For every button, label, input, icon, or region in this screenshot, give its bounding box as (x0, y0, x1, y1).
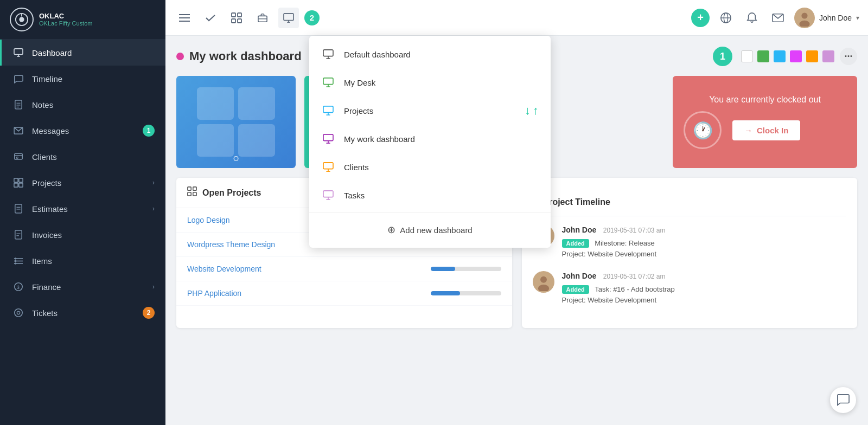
chevron-right-icon: › (152, 283, 155, 291)
page-dot (176, 53, 184, 60)
svg-rect-21 (15, 230, 22, 239)
add-button[interactable]: + (691, 9, 710, 27)
sidebar-item-finance[interactable]: $ Finance › (0, 274, 165, 300)
topbar: 2 + (165, 0, 868, 36)
svg-rect-72 (323, 163, 333, 169)
svg-rect-13 (16, 157, 18, 158)
svg-rect-18 (15, 204, 22, 213)
sidebar-item-estimates[interactable]: Estimates › (0, 196, 165, 222)
svg-rect-39 (232, 19, 235, 23)
mail-icon (12, 125, 24, 137)
clock-in-button[interactable]: → Clock In (732, 120, 800, 140)
timeline-avatar (533, 271, 554, 293)
sidebar-item-items[interactable]: Items (0, 248, 165, 274)
dashboard-view-icon[interactable] (278, 8, 299, 28)
sidebar-item-notes[interactable]: Notes (0, 92, 165, 118)
dropdown-item-label: My work dashboard (344, 134, 415, 144)
swatch-white[interactable] (741, 50, 753, 62)
check-view-icon[interactable] (200, 8, 221, 28)
sidebar-item-tickets[interactable]: Tickets 2 (0, 300, 165, 326)
timeline-date: 2019-05-31 07:02 am (603, 273, 666, 280)
sidebar-item-label: Clients (32, 152, 155, 162)
globe-icon[interactable] (716, 8, 736, 28)
monitor-mydesk-icon (321, 75, 335, 89)
dropdown-item-default-dashboard[interactable]: Default dashboard (309, 40, 551, 68)
dashboard-badge[interactable]: 2 (304, 10, 320, 25)
chat-bubble-button[interactable] (830, 387, 856, 413)
monitor-default-icon (321, 47, 335, 61)
widget-count-badge: 1 (713, 47, 732, 66)
notes-icon (12, 99, 24, 111)
dropdown-item-my-work-dashboard[interactable]: My work dashboard (309, 125, 551, 153)
list-view-icon[interactable] (174, 8, 195, 28)
svg-rect-3 (14, 49, 23, 55)
dropdown-item-label: Tasks (344, 191, 365, 200)
app-name: OKLAC OKLac Fifty Custom (39, 12, 92, 28)
sidebar-item-label: Tickets (32, 308, 143, 318)
sidebar-item-timeline[interactable]: Timeline (0, 66, 165, 92)
open-projects-title: Open Projects (202, 188, 261, 198)
timeline-user: John Doe (562, 226, 597, 234)
briefcase-icon[interactable] (252, 8, 273, 28)
svg-rect-16 (14, 183, 18, 187)
project-row-website: Website Development (176, 257, 512, 281)
swatch-orange[interactable] (806, 50, 818, 62)
sidebar: OKLAC OKLac Fifty Custom Dashboard Ti (0, 0, 165, 425)
svg-point-27 (15, 257, 17, 260)
timeline-action: Task: #16 - Add bootstrap (595, 285, 674, 293)
dropdown-item-clients[interactable]: Clients (309, 153, 551, 181)
chat-icon (12, 73, 24, 85)
sidebar-item-messages[interactable]: Messages 1 (0, 118, 165, 144)
project-link[interactable]: Website Development (187, 265, 422, 273)
svg-rect-6 (15, 100, 22, 109)
timeline-header: Project Timeline (533, 189, 847, 216)
mail-icon[interactable] (768, 8, 788, 28)
clock-in-label: Clock In (757, 126, 788, 135)
svg-rect-53 (193, 187, 196, 190)
grid-view-icon[interactable] (226, 8, 247, 28)
add-new-dashboard-button[interactable]: ⊕ Add new dashboard (309, 216, 551, 243)
sort-down-icon: ↓ (525, 104, 531, 118)
dropdown-item-projects[interactable]: Projects ↓ ↑ (309, 96, 551, 125)
svg-rect-37 (232, 13, 235, 17)
svg-point-33 (17, 311, 20, 314)
swatch-lavender[interactable] (822, 50, 834, 62)
project-row-php: PHP Application (176, 281, 512, 306)
user-name: John Doe (819, 14, 852, 22)
items-icon (12, 255, 24, 267)
sidebar-item-label: Notes (32, 100, 155, 110)
grid-cell (238, 124, 275, 157)
dashboard-dropdown: Default dashboard My Desk Projects ↓ ↑ (309, 36, 551, 248)
dropdown-item-label: Default dashboard (344, 50, 411, 59)
svg-rect-52 (188, 187, 191, 190)
sidebar-item-projects[interactable]: Projects › (0, 170, 165, 196)
svg-rect-54 (188, 192, 191, 196)
svg-rect-14 (14, 178, 18, 182)
sidebar-item-label: Estimates (32, 204, 149, 214)
topbar-right: + (691, 8, 859, 28)
user-avatar (794, 8, 815, 28)
sidebar-item-clients[interactable]: Clients (0, 144, 165, 170)
timeline-content: John Doe 2019-05-31 07:03 am Added Miles… (562, 225, 847, 258)
swatch-green[interactable] (757, 50, 769, 62)
clock-in-arrow-icon: → (744, 126, 752, 135)
project-link[interactable]: PHP Application (187, 289, 422, 298)
dropdown-item-my-desk[interactable]: My Desk (309, 68, 551, 96)
more-swatches-button[interactable]: ··· (840, 48, 857, 65)
svg-point-51 (799, 20, 809, 26)
swatch-pink[interactable] (790, 50, 802, 62)
sidebar-item-label: Timeline (32, 74, 155, 83)
sort-up-icon: ↑ (533, 104, 539, 118)
project-progress-bar (431, 267, 456, 271)
dropdown-item-label: Clients (344, 163, 369, 172)
swatch-blue[interactable] (774, 50, 786, 62)
svg-rect-15 (19, 178, 23, 182)
grid-cell (197, 124, 234, 157)
monitor-projects-icon (321, 104, 335, 118)
sidebar-item-dashboard[interactable]: Dashboard (0, 40, 165, 66)
timeline-project: Project: Website Development (562, 296, 847, 304)
bell-icon[interactable] (742, 8, 762, 28)
dropdown-item-tasks[interactable]: Tasks (309, 181, 551, 209)
sidebar-item-invoices[interactable]: Invoices (0, 222, 165, 248)
user-menu[interactable]: John Doe ▾ (794, 8, 859, 28)
